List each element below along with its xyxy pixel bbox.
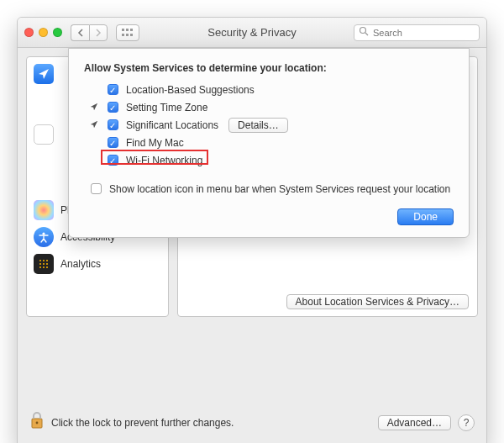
service-row-location-suggestions: ✦ Location-Based Suggestions (89, 81, 454, 98)
svg-point-17 (46, 266, 48, 268)
svg-point-12 (39, 263, 41, 265)
services-checklist: ✦ Location-Based Suggestions Setting Tim… (89, 81, 454, 169)
compass-icon (89, 103, 99, 113)
svg-point-8 (42, 232, 45, 235)
body-area: Photos Accessibility (18, 48, 486, 401)
system-services-sheet: Allow System Services to determine your … (68, 48, 470, 238)
service-label: Location-Based Suggestions (126, 84, 255, 96)
menu-icon-label: Show location icon in menu bar when Syst… (109, 183, 450, 195)
svg-point-16 (43, 266, 45, 268)
checkbox-show-location-icon[interactable] (91, 183, 102, 194)
calendar-icon (34, 124, 54, 145)
done-button[interactable]: Done (397, 208, 454, 225)
service-label: Setting Time Zone (126, 102, 207, 113)
checkbox-location-suggestions[interactable] (108, 84, 118, 95)
svg-rect-3 (122, 34, 124, 36)
analytics-icon (34, 254, 54, 274)
significant-locations-details-button[interactable]: Details… (228, 118, 288, 133)
preferences-window: Security & Privacy (17, 17, 487, 443)
compass-icon (89, 120, 99, 130)
svg-point-9 (39, 260, 41, 261)
svg-rect-0 (122, 29, 124, 31)
service-row-wifi-networking: ✦ Wi-Fi Networking (89, 151, 454, 169)
service-label: Find My Mac (126, 137, 184, 149)
window-controls (24, 28, 62, 37)
service-label: Significant Locations (126, 119, 218, 131)
advanced-button[interactable]: Advanced… (378, 415, 451, 430)
svg-point-6 (360, 27, 366, 33)
help-button[interactable]: ? (458, 414, 475, 431)
accessibility-icon (34, 227, 54, 247)
show-all-button[interactable] (116, 24, 139, 41)
minimize-window-button[interactable] (39, 28, 48, 37)
close-window-button[interactable] (24, 28, 34, 37)
titlebar: Security & Privacy (18, 18, 486, 48)
location-icon (34, 64, 54, 84)
nav-buttons (71, 24, 108, 41)
lock-row: Click the lock to prevent further change… (18, 401, 486, 443)
sidebar-item-analytics[interactable]: Analytics (27, 251, 168, 277)
checkbox-wifi-networking[interactable] (108, 155, 118, 166)
lock-icon[interactable] (29, 411, 45, 434)
zoom-window-button[interactable] (53, 28, 62, 37)
service-row-find-my-mac: ✦ Find My Mac (89, 134, 454, 151)
svg-point-10 (43, 260, 45, 261)
checkbox-find-my-mac[interactable] (108, 137, 118, 148)
forward-button[interactable] (89, 24, 108, 41)
svg-rect-1 (126, 29, 129, 31)
svg-point-14 (46, 263, 48, 265)
lock-text: Click the lock to prevent further change… (51, 417, 234, 429)
search-icon (359, 26, 369, 39)
service-label: Wi-Fi Networking (126, 155, 202, 166)
svg-point-21 (36, 422, 39, 425)
checkbox-significant-locations[interactable] (108, 119, 118, 130)
svg-line-7 (365, 33, 368, 35)
svg-point-15 (39, 266, 41, 268)
checkbox-time-zone[interactable] (108, 102, 118, 113)
photos-icon (34, 200, 54, 220)
sidebar-item-label: Analytics (60, 258, 101, 270)
svg-point-13 (43, 263, 45, 265)
menu-icon-row: Show location icon in menu bar when Syst… (87, 181, 454, 197)
service-row-significant-locations: Significant Locations Details… (89, 116, 454, 134)
search-input[interactable] (354, 24, 480, 41)
back-button[interactable] (71, 24, 89, 41)
svg-rect-4 (126, 34, 129, 36)
sheet-title: Allow System Services to determine your … (84, 62, 454, 74)
about-location-services-button[interactable]: About Location Services & Privacy… (286, 294, 469, 309)
svg-point-11 (46, 260, 48, 261)
svg-rect-2 (130, 29, 133, 31)
service-row-time-zone: Setting Time Zone (89, 98, 454, 116)
svg-rect-5 (130, 34, 133, 36)
